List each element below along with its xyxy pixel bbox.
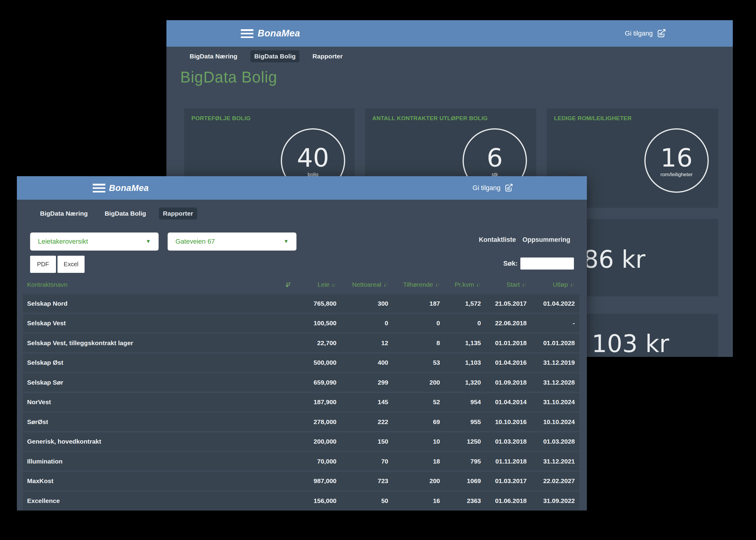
nettoareal-cell: 400 [337, 359, 388, 366]
main-nav: BigData Næring BigData Bolig Rapporter [36, 207, 206, 219]
column-kontraktsnavn[interactable]: Kontraktsnavn [23, 281, 291, 288]
contract-name-cell: Selskap Vest [23, 320, 291, 327]
contract-name-cell: Selskap Nord [23, 300, 291, 307]
table-row[interactable]: Selskap Sør 659,090 299 200 1,320 01.09.… [23, 373, 579, 391]
stat-unit: rom/leiligheter [661, 172, 693, 178]
pdf-button[interactable]: PDF [30, 256, 56, 273]
tab-rapporter[interactable]: Rapporter [308, 50, 346, 62]
property-dropdown[interactable]: Gateveien 67 ▼ [167, 232, 296, 251]
utlop-date-cell: 31.12.2021 [527, 458, 579, 465]
table-row[interactable]: Illumination 70,000 70 18 795 01.11.2018… [23, 452, 579, 471]
nettoareal-cell: 222 [337, 418, 388, 426]
leie-cell: 500,000 [291, 359, 337, 366]
start-date-cell: 01.01.2018 [481, 339, 527, 347]
column-leie[interactable]: Leie ↓↑ [291, 281, 337, 288]
contract-name-cell: Selskap Øst [23, 359, 291, 366]
edit-note-icon [656, 29, 666, 38]
stat-value: 6 [486, 145, 502, 171]
table-row[interactable]: Selskap Vest, tilleggskontrakt lager 22,… [23, 334, 579, 352]
give-access-label: Gi tilgang [625, 30, 653, 37]
give-access-label: Gi tilgang [473, 184, 500, 192]
table-row[interactable]: NorVest 187,900 145 52 954 01.04.2014 31… [23, 393, 579, 411]
sort-amount-icon [284, 281, 291, 288]
chevron-down-icon: ▼ [283, 238, 289, 244]
stat-value: 40 [297, 145, 329, 171]
tilhorende-cell: 10 [388, 438, 440, 445]
prkvm-cell: 1,135 [440, 339, 481, 347]
utlop-date-cell: 31.10.2024 [527, 398, 579, 406]
tilhorende-cell: 187 [388, 300, 440, 307]
search-label: Søk: [503, 260, 518, 267]
contract-name-cell: Generisk, hovedkontrakt [23, 438, 291, 445]
start-date-cell: 01.03.2018 [481, 438, 527, 445]
start-date-cell: 01.04.2014 [481, 398, 527, 406]
column-tilhorende[interactable]: Tilhørende ↓↑ [388, 281, 440, 288]
contact-list-link[interactable]: Kontaktliste [479, 236, 516, 244]
tab-bigdata-bolig[interactable]: BigData Bolig [251, 50, 300, 62]
prkvm-cell: 955 [440, 418, 481, 426]
property-value: Gateveien 67 [175, 238, 215, 245]
utlop-date-cell: 01.03.2028 [527, 438, 579, 445]
contract-name-cell: MaxKost [23, 477, 291, 484]
menu-icon[interactable] [93, 184, 105, 193]
card-title: PORTEFØLJE BOLIG [191, 115, 251, 122]
page-title: BigData Bolig [180, 68, 277, 86]
stat-value: 16 [661, 145, 693, 171]
column-utlop[interactable]: Utløp ↓↑ [527, 281, 579, 288]
column-nettoareal[interactable]: Nettoareal ↓↑ [337, 281, 388, 288]
app-header: BonaMea Gi tilgang [17, 176, 587, 200]
search-input[interactable] [520, 257, 574, 270]
start-date-cell: 01.11.2018 [481, 458, 527, 465]
excel-button[interactable]: Excel [57, 256, 84, 273]
leie-cell: 156,000 [291, 497, 337, 504]
tab-bigdata-naering[interactable]: BigData Næring [186, 50, 241, 62]
table-row[interactable]: Excellence 156,000 50 16 2363 01.06.2018… [23, 491, 579, 510]
column-prkvm[interactable]: Pr.kvm ↓↑ [440, 281, 481, 288]
give-access-button[interactable]: Gi tilgang [625, 20, 666, 47]
utlop-date-cell: 01.01.2028 [527, 339, 579, 347]
prkvm-cell: 1,572 [440, 300, 481, 307]
table-row[interactable]: Selskap Nord 765,800 300 187 1,572 21.05… [23, 294, 579, 313]
sort-asc-icon: ↑ [334, 282, 337, 287]
tab-bigdata-naering[interactable]: BigData Næring [36, 207, 92, 219]
table-row[interactable]: Selskap Vest 100,500 0 0 0 22.06.2018 - [23, 314, 579, 333]
column-start[interactable]: Start ↓↑ [481, 281, 527, 288]
give-access-button[interactable]: Gi tilgang [473, 176, 513, 200]
start-date-cell: 01.06.2018 [481, 497, 527, 504]
sort-asc-icon: ↑ [478, 282, 481, 287]
leie-cell: 187,900 [291, 398, 337, 406]
nettoareal-cell: 145 [337, 398, 388, 406]
nettoareal-cell: 12 [337, 339, 388, 347]
tab-bigdata-bolig[interactable]: BigData Bolig [101, 207, 150, 219]
contract-name-cell: Selskap Sør [23, 379, 291, 386]
table-row[interactable]: SørØst 278,000 222 69 955 10.10.2016 10.… [23, 413, 579, 431]
tab-rapporter[interactable]: Rapporter [159, 207, 197, 219]
utlop-date-cell: 10.10.2024 [527, 418, 579, 426]
leie-cell: 100,500 [291, 320, 337, 327]
start-date-cell: 01.09.2018 [481, 379, 527, 386]
start-date-cell: 01.04.2016 [481, 359, 527, 366]
table-row[interactable]: MaxKost 987,000 723 200 1069 01.03.2017 … [23, 472, 579, 490]
stat-circle: 16 rom/leiligheter [644, 128, 709, 193]
summary-link[interactable]: Oppsummering [522, 236, 570, 244]
tilhorende-cell: 200 [388, 379, 440, 386]
tilhorende-cell: 0 [388, 320, 440, 327]
partial-value-2: 103 kr [592, 330, 669, 357]
menu-icon[interactable] [241, 29, 254, 38]
table-row[interactable]: Generisk, hovedkontrakt 200,000 150 10 1… [23, 433, 579, 451]
table-row[interactable]: Selskap Øst 500,000 400 53 1,103 01.04.2… [23, 353, 579, 372]
table-body: Selskap Nord 765,800 300 187 1,572 21.05… [23, 294, 579, 510]
report-links: Kontaktliste Oppsummering [479, 236, 570, 244]
prkvm-cell: 0 [440, 320, 481, 327]
tilhorende-cell: 18 [388, 458, 440, 465]
leie-cell: 200,000 [291, 438, 337, 445]
leie-cell: 22,700 [291, 339, 337, 347]
prkvm-cell: 1,103 [440, 359, 481, 366]
contract-name-cell: Illumination [23, 458, 291, 465]
app-logo: BonaMea [109, 176, 149, 200]
report-type-dropdown[interactable]: Leietakeroversikt ▼ [30, 232, 159, 251]
prkvm-cell: 795 [440, 458, 481, 465]
prkvm-cell: 954 [440, 398, 481, 406]
utlop-date-cell: 22.02.2027 [527, 477, 579, 484]
utlop-date-cell: 01.04.2022 [527, 300, 579, 307]
